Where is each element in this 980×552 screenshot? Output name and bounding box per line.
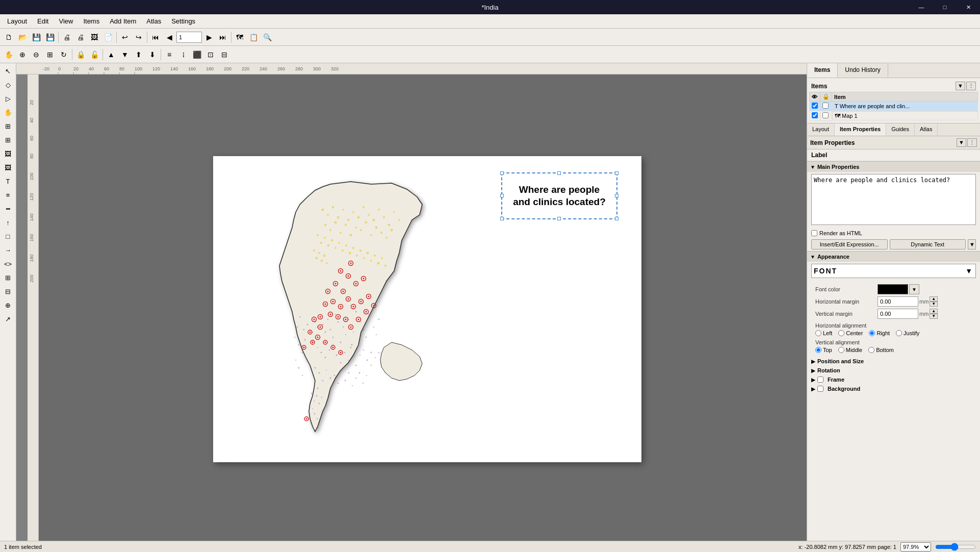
menu-layout[interactable]: Layout <box>2 15 32 27</box>
item-name-label[interactable]: T Where are people and clin... <box>832 102 978 111</box>
horizontal-margin-input[interactable] <box>878 296 918 307</box>
refresh-tool[interactable]: ↻ <box>57 48 70 61</box>
unlock-items-tool[interactable]: 🔓 <box>88 48 101 61</box>
undo-button[interactable]: ↩ <box>118 31 132 44</box>
add-shape-tool[interactable]: □ <box>2 230 15 243</box>
vertical-margin-up[interactable]: ▲ <box>930 309 938 314</box>
redo-button[interactable]: ↪ <box>132 31 145 44</box>
last-page-button[interactable]: ⏭ <box>216 31 229 44</box>
appearance-header[interactable]: ▼ Appearance <box>807 251 980 262</box>
add-elevation-tool[interactable]: ↗ <box>2 312 15 325</box>
align-left-radio[interactable] <box>815 330 821 336</box>
map-visible-checkbox[interactable] <box>812 112 818 118</box>
align-right-radio[interactable] <box>869 330 875 336</box>
close-button[interactable]: ✕ <box>957 0 980 14</box>
open-button[interactable]: 📂 <box>16 31 29 44</box>
main-properties-header[interactable]: ▼ Main Properties <box>807 161 980 172</box>
lock-items-tool[interactable]: 🔒 <box>74 48 87 61</box>
add-html-tool[interactable]: <> <box>2 257 15 270</box>
resize-tool[interactable]: ⬛ <box>190 48 203 61</box>
print-button[interactable]: 🖨 <box>74 31 87 44</box>
tab-undo-history[interactable]: Undo History <box>838 63 888 78</box>
tab-items[interactable]: Items <box>807 63 838 78</box>
add-textlabel-tool[interactable]: T <box>2 174 15 188</box>
distribute-tool[interactable]: ⫶ <box>176 48 190 61</box>
move-item-tool[interactable]: ▷ <box>2 92 15 105</box>
valign-bottom-option[interactable]: Bottom <box>868 347 894 353</box>
valign-middle-option[interactable]: Middle <box>838 347 862 353</box>
new-button[interactable]: 🗋 <box>2 31 15 44</box>
item-props-menu[interactable]: ⋮ <box>967 138 977 147</box>
atlas-export-button[interactable]: 📋 <box>247 31 260 44</box>
add-3dmap-tool[interactable]: ⊞ <box>2 133 15 146</box>
zoom-in-tool[interactable]: ⊕ <box>16 48 29 61</box>
label-text-input[interactable]: Where are people and clinics located? <box>811 174 976 225</box>
rotation-section[interactable]: ▶ Rotation <box>807 366 980 375</box>
frame-checkbox[interactable] <box>817 377 823 383</box>
props-tab-item-properties[interactable]: Item Properties <box>835 123 886 136</box>
prev-page-button[interactable]: ◀ <box>163 31 176 44</box>
minimize-button[interactable]: — <box>910 0 933 14</box>
export-image-button[interactable]: 🖼 <box>88 31 101 44</box>
add-picture-tool[interactable]: 🖼 <box>2 147 15 160</box>
select-tool[interactable]: ↖ <box>2 64 15 78</box>
first-page-button[interactable]: ⏮ <box>149 31 162 44</box>
add-marker-tool[interactable]: ⊕ <box>2 298 15 312</box>
align-center-radio[interactable] <box>838 330 844 336</box>
insert-edit-expression-button[interactable]: Insert/Edit Expression... <box>811 239 888 249</box>
item-visible-checkbox[interactable] <box>812 103 818 109</box>
item-name-map[interactable]: 🗺 Map 1 <box>832 111 978 120</box>
save-button[interactable]: 💾 <box>30 31 43 44</box>
valign-top-radio[interactable] <box>815 347 821 353</box>
align-justify-option[interactable]: Justify <box>896 330 919 336</box>
frame-section[interactable]: ▶ Frame <box>807 375 980 384</box>
dynamic-text-button[interactable]: Dynamic Text <box>890 239 966 249</box>
add-newpicture-tool[interactable]: 🖼 <box>2 161 15 174</box>
align-center-option[interactable]: Center <box>838 330 863 336</box>
zoom-full-button[interactable]: 🔍 <box>261 31 274 44</box>
align-left-option[interactable]: Left <box>815 330 832 336</box>
ungroup-tool[interactable]: ⊟ <box>218 48 231 61</box>
font-selector[interactable]: FONT ▼ <box>811 264 976 278</box>
background-checkbox[interactable] <box>817 386 823 392</box>
item-visible-label[interactable] <box>810 102 820 111</box>
position-size-section[interactable]: ▶ Position and Size <box>807 357 980 366</box>
valign-middle-radio[interactable] <box>838 347 844 353</box>
items-panel-menu[interactable]: ⋮ <box>966 82 976 90</box>
atlas-preview-button[interactable]: 🗺 <box>233 31 246 44</box>
dynamic-text-dropdown[interactable]: ▼ <box>968 239 976 249</box>
props-tab-layout[interactable]: Layout <box>807 123 835 136</box>
items-row-label[interactable]: T Where are people and clin... <box>810 102 978 111</box>
zoom-out-tool[interactable]: ⊖ <box>30 48 43 61</box>
render-html-checkbox[interactable] <box>811 230 817 236</box>
edit-nodes-tool[interactable]: ◇ <box>2 78 15 91</box>
add-arrow-tool[interactable]: → <box>2 243 15 257</box>
add-fixedtable-tool[interactable]: ⊟ <box>2 285 15 298</box>
pan-canvas-tool[interactable]: ✋ <box>2 106 15 119</box>
item-props-collapse[interactable]: ▼ <box>957 138 966 147</box>
props-tab-guides[interactable]: Guides <box>886 123 915 136</box>
render-html-label[interactable]: Render as HTML <box>819 230 862 236</box>
items-panel-collapse[interactable]: ▼ <box>956 82 965 90</box>
lower-bottom-tool[interactable]: ⬇ <box>146 48 159 61</box>
page-number-input[interactable] <box>176 32 202 43</box>
horizontal-margin-down[interactable]: ▼ <box>930 302 938 307</box>
menu-atlas[interactable]: Atlas <box>141 15 166 27</box>
vertical-margin-down[interactable]: ▼ <box>930 314 938 319</box>
menu-items[interactable]: Items <box>78 15 105 27</box>
group-tool[interactable]: ⊡ <box>204 48 217 61</box>
raise-top-tool[interactable]: ⬆ <box>132 48 145 61</box>
horizontal-margin-up[interactable]: ▲ <box>930 296 938 302</box>
item-lock-checkbox[interactable] <box>822 103 829 109</box>
pan-tool[interactable]: ✋ <box>2 48 15 61</box>
valign-bottom-radio[interactable] <box>868 347 874 353</box>
items-row-map[interactable]: 🗺 Map 1 <box>810 111 978 121</box>
menu-settings[interactable]: Settings <box>166 15 200 27</box>
add-northarrow-tool[interactable]: ↑ <box>2 216 15 229</box>
label-text-box[interactable]: Where are peopleand clinics located? <box>501 172 617 219</box>
maximize-button[interactable]: □ <box>933 0 957 14</box>
align-tool[interactable]: ≡ <box>163 48 176 61</box>
align-right-option[interactable]: Right <box>869 330 890 336</box>
background-section[interactable]: ▶ Background <box>807 384 980 393</box>
zoom-fit-tool[interactable]: ⊞ <box>43 48 57 61</box>
